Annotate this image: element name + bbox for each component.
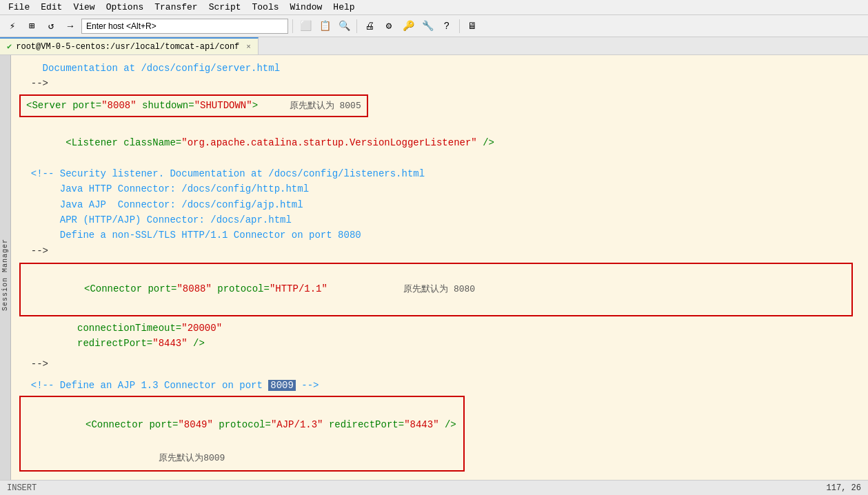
session-manager-label: Session Manager: [1, 239, 9, 311]
sep2: [356, 19, 357, 33]
copy-btn[interactable]: ⬜: [297, 18, 314, 34]
menu-script[interactable]: Script: [203, 1, 247, 14]
sep3: [459, 19, 460, 33]
new-session-btn[interactable]: ⚡: [4, 18, 21, 34]
menu-transfer[interactable]: Transfer: [149, 1, 203, 14]
server-tag-box: <Server port="8008" shutdown="SHUTDOWN">…: [19, 94, 860, 117]
code-line-security: <!-- Security listener. Documentation at…: [19, 166, 860, 181]
toolbar: ⚡ ⊞ ↺ → ⬜ 📋 🔍 🖨 ⚙ 🔑 🔧 ? 🖥: [0, 15, 868, 37]
code-line-2: -->: [19, 76, 860, 91]
code-line-apr: APR (HTTP/AJP) Connector: /docs/apr.html: [19, 212, 860, 228]
tabbar: ✔ root@VM-0-5-centos:/usr/local/tomcat-a…: [0, 37, 868, 55]
forward-btn[interactable]: →: [62, 18, 79, 34]
sftp-btn[interactable]: 🔧: [419, 18, 436, 34]
code-line-java-http: Java HTTP Connector: /docs/config/http.h…: [19, 181, 860, 196]
menu-options[interactable]: Options: [101, 1, 150, 14]
code-line-listener: <Listener className="org.apache.catalina…: [19, 120, 860, 166]
sep1: [292, 19, 293, 33]
connector-ajp-tag: <Connector port="8049" protocol="AJP/1.3…: [28, 401, 456, 447]
menu-help[interactable]: Help: [327, 1, 360, 14]
connector-http-tag: <Connector port="8088" protocol="HTTP/1.…: [26, 266, 846, 313]
connector-http-box: <Connector port="8088" protocol="HTTP/1.…: [19, 263, 860, 316]
menubar: File Edit View Options Transfer Script T…: [0, 0, 868, 15]
server-tag: <Server port="8008" shutdown="SHUTDOWN">: [26, 100, 258, 111]
menu-window[interactable]: Window: [285, 1, 328, 14]
code-ajp-comment: <!-- Define an AJP 1.3 Connector on port…: [19, 378, 860, 393]
code-connection-timeout: connectionTimeout="20000": [19, 321, 860, 336]
connector-ajp-box: <Connector port="8049" protocol="AJP/1.3…: [19, 396, 860, 472]
code-line-java-ajp: Java AJP Connector: /docs/config/ajp.htm…: [19, 197, 860, 212]
code-line-define: Define a non-SSL/TLS HTTP/1.1 Connector …: [19, 228, 860, 243]
editor-area[interactable]: Documentation at /docs/config/server.htm…: [11, 55, 868, 495]
connector-ajp-note: 原先默认为8009: [110, 452, 456, 466]
paste-btn[interactable]: 📋: [316, 18, 333, 34]
find-btn[interactable]: 🔍: [336, 18, 352, 34]
reconnect-btn[interactable]: ↺: [43, 18, 59, 34]
screen-btn[interactable]: 🖥: [464, 18, 481, 34]
statusbar: INSERT 117, 26: [0, 480, 868, 495]
keys-btn[interactable]: 🔑: [400, 18, 416, 34]
server-note: 原先默认为 8005: [279, 101, 361, 111]
active-tab[interactable]: ✔ root@VM-0-5-centos:/usr/local/tomcat-a…: [0, 37, 259, 54]
properties-btn[interactable]: ⊞: [23, 18, 40, 34]
print-btn[interactable]: 🖨: [361, 18, 378, 34]
code-redirect-port: redirectPort="8443" />: [19, 336, 860, 351]
menu-edit[interactable]: Edit: [35, 1, 68, 14]
status-mode: INSERT: [7, 483, 827, 493]
code-line-end2: -->: [19, 356, 860, 372]
tab-status-icon: ✔: [7, 41, 12, 52]
code-line-1: Documentation at /docs/config/server.htm…: [19, 61, 860, 76]
help-btn[interactable]: ?: [438, 18, 455, 34]
main-container: Session Manager Documentation at /docs/c…: [0, 55, 868, 495]
status-position: 117, 26: [827, 483, 861, 493]
tab-label: root@VM-0-5-centos:/usr/local/tomcat-api…: [16, 42, 239, 52]
address-input[interactable]: [81, 19, 288, 34]
session-manager-sidebar: Session Manager: [0, 55, 11, 495]
menu-tools[interactable]: Tools: [247, 1, 285, 14]
menu-view[interactable]: View: [68, 1, 100, 14]
tab-close-btn[interactable]: ×: [246, 43, 251, 51]
code-line-end-comment: -->: [19, 243, 860, 259]
settings-btn[interactable]: ⚙: [381, 18, 397, 34]
menu-file[interactable]: File: [3, 1, 35, 14]
